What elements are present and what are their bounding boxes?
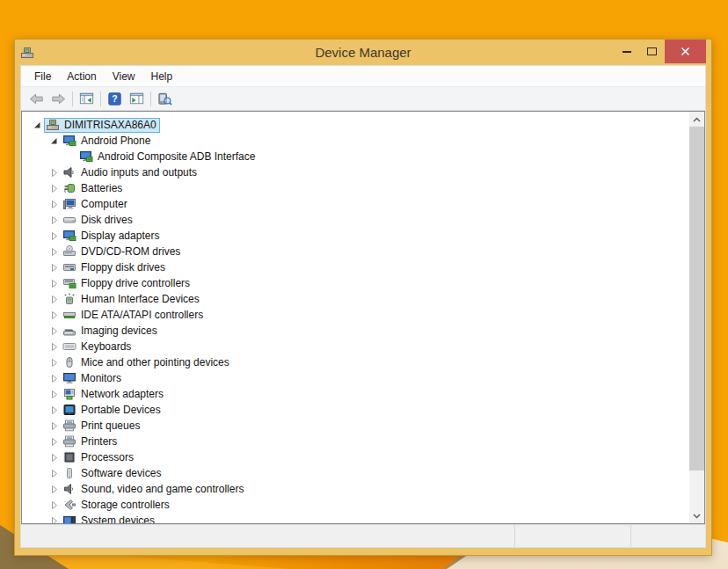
tree-item-dvd-cd-rom-drives[interactable]: DVD/CD-ROM drives bbox=[22, 244, 689, 259]
vertical-scrollbar[interactable] bbox=[689, 112, 704, 523]
tree-item-content[interactable]: Printers bbox=[61, 434, 120, 449]
tree-item-content[interactable]: Batteries bbox=[61, 181, 126, 196]
collapsed-expander-icon[interactable] bbox=[49, 374, 59, 383]
scrollbar-track[interactable] bbox=[689, 127, 704, 508]
tree-item-computer[interactable]: Computer bbox=[22, 196, 689, 212]
tree-item-mice-and-other-pointing-devices[interactable]: Mice and other pointing devices bbox=[22, 354, 689, 370]
collapsed-expander-icon[interactable] bbox=[49, 184, 59, 193]
tree-item-printers[interactable]: Printers bbox=[22, 434, 689, 449]
tree-item-content[interactable]: DIMITRISAXA86A0 bbox=[44, 118, 160, 133]
scan-hardware-changes-button[interactable] bbox=[154, 89, 176, 108]
collapsed-expander-icon[interactable] bbox=[49, 215, 59, 225]
collapsed-expander-icon[interactable] bbox=[49, 405, 59, 415]
collapsed-expander-icon[interactable] bbox=[49, 485, 59, 494]
storage-controller-icon bbox=[62, 498, 76, 512]
tree-item-content[interactable]: Floppy drive controllers bbox=[61, 276, 193, 291]
menu-help[interactable]: Help bbox=[143, 68, 181, 85]
collapsed-expander-icon[interactable] bbox=[49, 310, 59, 320]
tree-item-content[interactable]: Android Composite ADB Interface bbox=[77, 150, 258, 164]
collapsed-expander-icon[interactable] bbox=[49, 295, 59, 304]
tree-item-content[interactable]: Sound, video and game controllers bbox=[61, 482, 247, 497]
collapsed-expander-icon[interactable] bbox=[49, 421, 59, 431]
collapsed-expander-icon[interactable] bbox=[49, 516, 59, 524]
window-client-area: File Action View Help ? DIMITRISAXA86A0A… bbox=[20, 65, 706, 548]
tree-item-keyboards[interactable]: Keyboards bbox=[22, 339, 689, 354]
collapsed-expander-icon[interactable] bbox=[49, 326, 59, 336]
collapsed-expander-icon[interactable] bbox=[49, 453, 59, 463]
minimize-button[interactable] bbox=[614, 40, 639, 63]
tree-item-batteries[interactable]: Batteries bbox=[22, 180, 689, 196]
tree-item-processors[interactable]: Processors bbox=[22, 449, 689, 465]
scrollbar-thumb[interactable] bbox=[689, 127, 704, 471]
tree-item-content[interactable]: Display adapters bbox=[61, 229, 163, 244]
tree-item-human-interface-devices[interactable]: Human Interface Devices bbox=[22, 291, 689, 307]
collapsed-expander-icon[interactable] bbox=[49, 200, 59, 209]
maximize-button[interactable] bbox=[639, 40, 665, 63]
expanded-expander-icon[interactable] bbox=[49, 136, 59, 146]
tree-item-label: Monitors bbox=[81, 372, 121, 384]
tree-item-label: System devices bbox=[81, 514, 155, 523]
expanded-expander-icon[interactable] bbox=[33, 120, 42, 130]
close-button[interactable] bbox=[665, 40, 706, 63]
show-action-pane-button[interactable] bbox=[126, 89, 148, 108]
tree-item-portable-devices[interactable]: Portable Devices bbox=[22, 402, 689, 418]
tree-item-content[interactable]: Network adapters bbox=[61, 387, 167, 402]
tree-item-content[interactable]: Software devices bbox=[61, 466, 164, 481]
collapsed-expander-icon[interactable] bbox=[49, 390, 59, 399]
tree-item-audio-inputs-and-outputs[interactable]: Audio inputs and outputs bbox=[22, 164, 689, 180]
tree-item-content[interactable]: Processors bbox=[61, 450, 137, 465]
tree-item-network-adapters[interactable]: Network adapters bbox=[22, 386, 689, 402]
tree-item-content[interactable]: Disk drives bbox=[61, 213, 136, 228]
tree-item-android-phone[interactable]: Android Phone bbox=[22, 133, 689, 149]
menu-action[interactable]: Action bbox=[59, 68, 104, 85]
tree-item-ide-ata-atapi-controllers[interactable]: IDE ATA/ATAPI controllers bbox=[22, 307, 689, 323]
tree-item-sound-video-and-game-controllers[interactable]: Sound, video and game controllers bbox=[22, 481, 689, 497]
tree-item-dimitrisaxa86a0[interactable]: DIMITRISAXA86A0 bbox=[22, 117, 689, 133]
tree-item-content[interactable]: Computer bbox=[61, 197, 131, 212]
collapsed-expander-icon[interactable] bbox=[49, 469, 59, 478]
scroll-down-button[interactable] bbox=[689, 508, 704, 523]
tree-item-print-queues[interactable]: Print queues bbox=[22, 418, 689, 434]
tree-item-content[interactable]: Floppy disk drives bbox=[61, 260, 169, 275]
tree-item-content[interactable]: Imaging devices bbox=[61, 324, 161, 339]
tree-item-floppy-drive-controllers[interactable]: Floppy drive controllers bbox=[22, 275, 689, 291]
tree-item-system-devices[interactable]: System devices bbox=[22, 513, 689, 523]
back-arrow-button[interactable] bbox=[25, 89, 47, 108]
tree-item-android-composite-adb-interface[interactable]: Android Composite ADB Interface bbox=[22, 149, 689, 164]
tree-item-content[interactable]: DVD/CD-ROM drives bbox=[61, 244, 184, 259]
tree-item-software-devices[interactable]: Software devices bbox=[22, 465, 689, 481]
tree-item-display-adapters[interactable]: Display adapters bbox=[22, 228, 689, 244]
forward-arrow-button[interactable] bbox=[47, 89, 69, 108]
collapsed-expander-icon[interactable] bbox=[49, 279, 59, 288]
collapsed-expander-icon[interactable] bbox=[49, 437, 59, 447]
tree-item-content[interactable]: Human Interface Devices bbox=[61, 292, 203, 307]
tree-item-storage-controllers[interactable]: Storage controllers bbox=[22, 497, 689, 513]
collapsed-expander-icon[interactable] bbox=[49, 231, 59, 241]
scroll-up-button[interactable] bbox=[689, 112, 704, 127]
help-button[interactable]: ? bbox=[104, 89, 126, 108]
tree-item-imaging-devices[interactable]: Imaging devices bbox=[22, 323, 689, 339]
titlebar[interactable]: Device Manager bbox=[15, 40, 711, 65]
menu-file[interactable]: File bbox=[26, 68, 59, 85]
tree-item-content[interactable]: Keyboards bbox=[61, 339, 135, 354]
show-console-tree-button[interactable] bbox=[76, 89, 98, 108]
tree-item-content[interactable]: System devices bbox=[61, 514, 158, 524]
collapsed-expander-icon[interactable] bbox=[49, 358, 59, 368]
tree-item-content[interactable]: Audio inputs and outputs bbox=[61, 165, 200, 180]
tree-item-content[interactable]: Mice and other pointing devices bbox=[61, 355, 233, 370]
tree-item-content[interactable]: IDE ATA/ATAPI controllers bbox=[61, 308, 207, 323]
collapsed-expander-icon[interactable] bbox=[49, 342, 59, 352]
tree-item-floppy-disk-drives[interactable]: Floppy disk drives bbox=[22, 259, 689, 275]
menu-view[interactable]: View bbox=[105, 68, 143, 85]
tree-item-content[interactable]: Print queues bbox=[61, 419, 143, 434]
tree-item-content[interactable]: Android Phone bbox=[61, 134, 154, 149]
tree-item-disk-drives[interactable]: Disk drives bbox=[22, 212, 689, 228]
tree-item-monitors[interactable]: Monitors bbox=[22, 370, 689, 386]
tree-item-content[interactable]: Storage controllers bbox=[61, 498, 173, 513]
collapsed-expander-icon[interactable] bbox=[49, 168, 59, 178]
collapsed-expander-icon[interactable] bbox=[49, 263, 59, 273]
tree-item-content[interactable]: Portable Devices bbox=[61, 403, 164, 418]
tree-item-content[interactable]: Monitors bbox=[61, 371, 125, 386]
collapsed-expander-icon[interactable] bbox=[49, 500, 59, 510]
collapsed-expander-icon[interactable] bbox=[49, 247, 59, 257]
